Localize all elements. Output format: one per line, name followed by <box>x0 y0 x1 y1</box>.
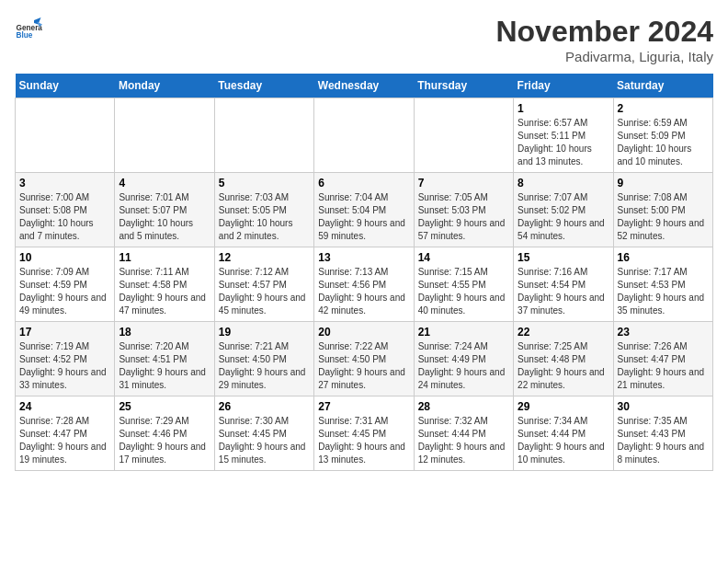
calendar-cell: 14 Sunrise: 7:15 AM Sunset: 4:55 PM Dayl… <box>414 247 513 322</box>
sunset-text: Sunset: 4:52 PM <box>19 354 87 364</box>
calendar-cell: 21 Sunrise: 7:24 AM Sunset: 4:49 PM Dayl… <box>414 322 513 396</box>
sunrise-text: Sunrise: 7:17 AM <box>618 267 688 277</box>
sunrise-text: Sunrise: 7:24 AM <box>418 341 488 351</box>
sunrise-text: Sunrise: 7:28 AM <box>19 416 89 426</box>
day-info: Sunrise: 7:00 AM Sunset: 5:08 PM Dayligh… <box>19 191 110 243</box>
day-number: 18 <box>119 326 210 339</box>
daylight-text: Daylight: 9 hours and 52 minutes. <box>618 218 705 241</box>
day-info: Sunrise: 7:03 AM Sunset: 5:05 PM Dayligh… <box>219 191 310 243</box>
day-number: 27 <box>318 400 409 413</box>
daylight-text: Daylight: 9 hours and 40 minutes. <box>418 293 506 316</box>
day-info: Sunrise: 7:07 AM Sunset: 5:02 PM Dayligh… <box>518 191 609 243</box>
sunrise-text: Sunrise: 6:59 AM <box>618 118 688 128</box>
calendar-cell: 29 Sunrise: 7:34 AM Sunset: 4:44 PM Dayl… <box>514 396 613 471</box>
daylight-text: Daylight: 9 hours and 31 minutes. <box>119 367 206 390</box>
calendar-cell: 24 Sunrise: 7:28 AM Sunset: 4:47 PM Dayl… <box>16 396 115 471</box>
page-header: General Blue November 2024 Padivarma, Li… <box>15 15 713 64</box>
daylight-text: Daylight: 9 hours and 29 minutes. <box>219 367 306 390</box>
sunset-text: Sunset: 4:45 PM <box>219 429 287 439</box>
day-number: 11 <box>119 251 210 264</box>
daylight-text: Daylight: 10 hours and 2 minutes. <box>219 218 293 241</box>
sunrise-text: Sunrise: 7:26 AM <box>618 341 688 351</box>
calendar-cell: 3 Sunrise: 7:00 AM Sunset: 5:08 PM Dayli… <box>16 173 115 247</box>
daylight-text: Daylight: 9 hours and 54 minutes. <box>518 218 605 241</box>
calendar-cell: 11 Sunrise: 7:11 AM Sunset: 4:58 PM Dayl… <box>115 247 214 322</box>
day-info: Sunrise: 7:19 AM Sunset: 4:52 PM Dayligh… <box>19 340 110 392</box>
day-info: Sunrise: 7:24 AM Sunset: 4:49 PM Dayligh… <box>418 340 509 392</box>
day-info: Sunrise: 7:12 AM Sunset: 4:57 PM Dayligh… <box>219 266 310 317</box>
header-monday: Monday <box>115 74 214 98</box>
calendar-cell <box>414 98 513 173</box>
calendar-cell: 1 Sunrise: 6:57 AM Sunset: 5:11 PM Dayli… <box>514 98 613 173</box>
sunset-text: Sunset: 4:55 PM <box>418 280 486 290</box>
day-number: 10 <box>19 251 110 264</box>
calendar-cell: 23 Sunrise: 7:26 AM Sunset: 4:47 PM Dayl… <box>613 322 712 396</box>
day-number: 6 <box>318 177 409 190</box>
calendar-week-3: 17 Sunrise: 7:19 AM Sunset: 4:52 PM Dayl… <box>16 322 713 396</box>
calendar-cell: 25 Sunrise: 7:29 AM Sunset: 4:46 PM Dayl… <box>115 396 214 471</box>
daylight-text: Daylight: 10 hours and 10 minutes. <box>618 144 692 167</box>
day-number: 2 <box>618 102 709 115</box>
sunrise-text: Sunrise: 7:07 AM <box>518 192 587 202</box>
sunrise-text: Sunrise: 7:25 AM <box>518 341 587 351</box>
calendar-cell: 12 Sunrise: 7:12 AM Sunset: 4:57 PM Dayl… <box>214 247 313 322</box>
day-info: Sunrise: 7:05 AM Sunset: 5:03 PM Dayligh… <box>418 191 509 243</box>
day-number: 25 <box>119 400 210 413</box>
daylight-text: Daylight: 9 hours and 15 minutes. <box>219 442 306 465</box>
day-info: Sunrise: 7:08 AM Sunset: 5:00 PM Dayligh… <box>618 191 709 243</box>
calendar-cell <box>16 98 115 173</box>
day-info: Sunrise: 7:17 AM Sunset: 4:53 PM Dayligh… <box>618 266 709 317</box>
daylight-text: Daylight: 10 hours and 13 minutes. <box>518 144 592 167</box>
calendar-week-1: 3 Sunrise: 7:00 AM Sunset: 5:08 PM Dayli… <box>16 173 713 247</box>
sunset-text: Sunset: 5:02 PM <box>518 205 586 215</box>
sunset-text: Sunset: 4:45 PM <box>318 429 386 439</box>
sunset-text: Sunset: 4:48 PM <box>518 354 586 364</box>
day-number: 29 <box>518 400 609 413</box>
sunset-text: Sunset: 4:49 PM <box>418 354 486 364</box>
day-number: 3 <box>19 177 110 190</box>
day-info: Sunrise: 7:04 AM Sunset: 5:04 PM Dayligh… <box>318 191 409 243</box>
location: Padivarma, Liguria, Italy <box>495 49 713 64</box>
sunrise-text: Sunrise: 7:34 AM <box>518 416 587 426</box>
day-number: 1 <box>518 102 609 115</box>
sunrise-text: Sunrise: 7:22 AM <box>318 341 388 351</box>
sunrise-text: Sunrise: 7:32 AM <box>418 416 488 426</box>
calendar-cell: 15 Sunrise: 7:16 AM Sunset: 4:54 PM Dayl… <box>514 247 613 322</box>
logo-icon: General Blue <box>15 15 42 42</box>
day-info: Sunrise: 7:31 AM Sunset: 4:45 PM Dayligh… <box>318 415 409 466</box>
calendar-cell: 10 Sunrise: 7:09 AM Sunset: 4:59 PM Dayl… <box>16 247 115 322</box>
sunrise-text: Sunrise: 7:12 AM <box>219 267 289 277</box>
daylight-text: Daylight: 9 hours and 35 minutes. <box>618 293 705 316</box>
sunset-text: Sunset: 5:04 PM <box>318 205 386 215</box>
sunset-text: Sunset: 4:50 PM <box>219 354 287 364</box>
day-info: Sunrise: 7:32 AM Sunset: 4:44 PM Dayligh… <box>418 415 509 466</box>
daylight-text: Daylight: 9 hours and 12 minutes. <box>418 442 506 465</box>
daylight-text: Daylight: 9 hours and 42 minutes. <box>318 293 405 316</box>
calendar-body: 1 Sunrise: 6:57 AM Sunset: 5:11 PM Dayli… <box>16 98 713 471</box>
day-info: Sunrise: 6:57 AM Sunset: 5:11 PM Dayligh… <box>518 117 609 168</box>
day-number: 23 <box>618 326 709 339</box>
sunrise-text: Sunrise: 7:21 AM <box>219 341 289 351</box>
daylight-text: Daylight: 9 hours and 24 minutes. <box>418 367 506 390</box>
sunset-text: Sunset: 5:03 PM <box>418 205 486 215</box>
daylight-text: Daylight: 10 hours and 5 minutes. <box>119 218 193 241</box>
day-number: 30 <box>618 400 709 413</box>
sunset-text: Sunset: 4:44 PM <box>418 429 486 439</box>
sunset-text: Sunset: 4:58 PM <box>119 280 187 290</box>
sunrise-text: Sunrise: 7:31 AM <box>318 416 388 426</box>
day-info: Sunrise: 7:01 AM Sunset: 5:07 PM Dayligh… <box>119 191 210 243</box>
sunset-text: Sunset: 4:51 PM <box>119 354 187 364</box>
day-info: Sunrise: 7:22 AM Sunset: 4:50 PM Dayligh… <box>318 340 409 392</box>
sunset-text: Sunset: 5:08 PM <box>19 205 87 215</box>
sunrise-text: Sunrise: 7:30 AM <box>219 416 289 426</box>
sunset-text: Sunset: 4:54 PM <box>518 280 586 290</box>
daylight-text: Daylight: 9 hours and 22 minutes. <box>518 367 605 390</box>
day-info: Sunrise: 7:25 AM Sunset: 4:48 PM Dayligh… <box>518 340 609 392</box>
day-info: Sunrise: 7:21 AM Sunset: 4:50 PM Dayligh… <box>219 340 310 392</box>
sunset-text: Sunset: 4:50 PM <box>318 354 386 364</box>
sunrise-text: Sunrise: 7:09 AM <box>19 267 89 277</box>
day-number: 21 <box>418 326 509 339</box>
day-info: Sunrise: 7:29 AM Sunset: 4:46 PM Dayligh… <box>119 415 210 466</box>
day-number: 9 <box>618 177 709 190</box>
sunrise-text: Sunrise: 7:13 AM <box>318 267 388 277</box>
